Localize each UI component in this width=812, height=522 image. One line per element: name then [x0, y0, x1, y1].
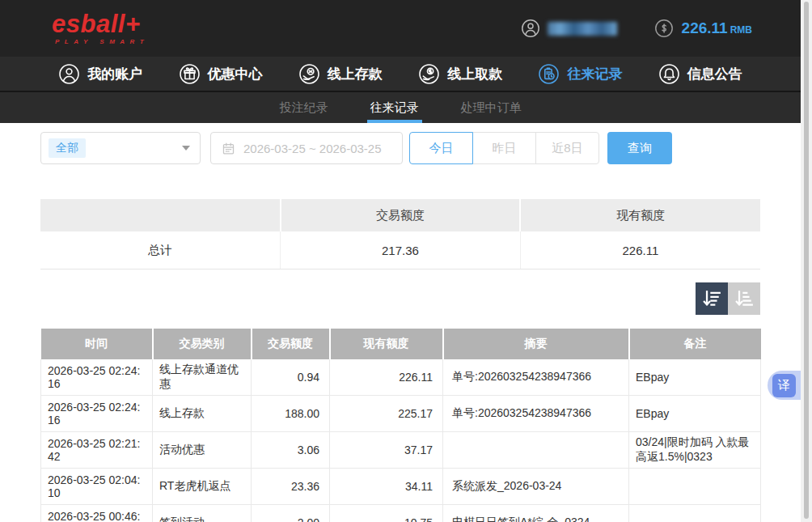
- date-range-value: 2026-03-25 ~ 2026-03-25: [243, 142, 382, 155]
- summary-col-current-balance: 现有额度: [520, 199, 760, 231]
- gift-icon: [179, 63, 201, 85]
- date-range-input[interactable]: 2026-03-25 ~ 2026-03-25: [210, 132, 403, 164]
- cell-current-balance: 34.11: [330, 469, 443, 505]
- sort-descending-button[interactable]: [696, 282, 728, 315]
- nav-label: 信息公告: [687, 65, 742, 83]
- content-area: 全部 2026-03-25 ~ 2026-03-25 今日 昨日 近8日 查询: [0, 123, 801, 522]
- main-area: esball+ PLAY SMART 226.11RMB: [0, 0, 801, 522]
- sub-nav: 投注纪录 往来记录 处理中订单: [0, 91, 801, 123]
- records-clipboard-clock-icon: [538, 63, 560, 85]
- table-row: 2026-03-25 02:21:42 活动优惠 3.06 37.17 03/2…: [41, 432, 761, 469]
- cell-remark: EBpay: [629, 359, 761, 396]
- table-row: 2026-03-25 02:04:10 RT老虎机返点 23.36 34.11 …: [41, 469, 761, 505]
- cell-remark: [629, 505, 761, 522]
- main-nav: 我的账户 优惠中心: [0, 57, 801, 91]
- translate-widget[interactable]: 译: [768, 371, 801, 400]
- cell-current-balance: 225.17: [330, 396, 443, 432]
- withdraw-coin-hand-icon: [418, 63, 440, 85]
- nav-item-my-account[interactable]: 我的账户: [58, 63, 142, 85]
- table-row: 2026-03-25 02:24:16 线上存款 188.00 225.17 单…: [41, 396, 761, 432]
- col-summary: 摘要: [443, 329, 629, 359]
- chevron-down-icon: [182, 146, 190, 151]
- cell-transaction-amount: 188.00: [252, 396, 330, 432]
- period-button-last8days[interactable]: 近8日: [535, 132, 599, 164]
- balance-currency: RMB: [730, 24, 752, 36]
- summary-transaction-total: 217.36: [281, 231, 521, 269]
- dollar-coin-icon[interactable]: [654, 19, 674, 38]
- scrollbar-thumb[interactable]: [804, 2, 809, 519]
- period-button-yesterday[interactable]: 昨日: [472, 132, 536, 164]
- type-select[interactable]: 全部: [40, 132, 201, 164]
- bell-icon: [658, 63, 680, 85]
- col-transaction-amount: 交易额度: [252, 329, 330, 359]
- summary-table: 交易额度 现有额度 总计 217.36 226.11: [40, 199, 760, 269]
- cell-time: 2026-03-25 02:24:16: [41, 359, 153, 396]
- logo-text: esball+: [52, 11, 149, 36]
- cell-summary: 电棋日日签到A*综-全_0324: [443, 505, 629, 522]
- col-remark: 备注: [629, 329, 761, 359]
- col-current-balance: 现有额度: [330, 329, 443, 359]
- cell-time: 2026-03-25 00:46:03: [41, 505, 153, 522]
- cell-remark: 03/24|限时加码 入款最高返1.5%|0323: [629, 432, 761, 469]
- period-button-today[interactable]: 今日: [409, 132, 473, 164]
- username-masked[interactable]: [548, 22, 617, 36]
- col-time: 时间: [41, 329, 153, 359]
- cell-transaction-amount: 23.36: [252, 469, 330, 505]
- nav-item-transaction-records[interactable]: 往来记录: [538, 63, 622, 85]
- translate-button[interactable]: 译: [772, 374, 796, 397]
- table-row: 2026-03-25 02:24:16 线上存款通道优惠 0.94 226.11…: [41, 359, 761, 396]
- brand-logo[interactable]: esball+ PLAY SMART: [52, 11, 149, 45]
- scrollbar[interactable]: [801, 0, 812, 522]
- tab-pending-orders[interactable]: 处理中订单: [459, 92, 523, 123]
- nav-label: 优惠中心: [208, 65, 263, 83]
- nav-label: 线上存款: [328, 65, 383, 83]
- cell-transaction-amount: 3.06: [252, 432, 330, 469]
- nav-item-online-deposit[interactable]: 线上存款: [298, 63, 383, 85]
- nav-item-online-withdrawal[interactable]: 线上取款: [418, 63, 502, 85]
- calendar-icon: [222, 142, 235, 155]
- cell-time: 2026-03-25 02:24:16: [41, 396, 153, 432]
- cell-transaction-type: 活动优惠: [153, 432, 252, 469]
- user-area: 226.11RMB: [521, 19, 752, 38]
- summary-current-balance: 226.11: [520, 231, 760, 269]
- balance-amount: 226.11: [682, 19, 728, 36]
- cell-summary: 系统派发_2026-03-24: [443, 469, 629, 505]
- user-icon[interactable]: [521, 19, 540, 38]
- sort-controls: [40, 282, 760, 315]
- nav-label: 往来记录: [567, 65, 622, 83]
- nav-item-promotions[interactable]: 优惠中心: [179, 63, 263, 85]
- summary-total-row: 总计 217.36 226.11: [40, 231, 760, 269]
- tab-betting-records[interactable]: 投注纪录: [278, 92, 330, 123]
- cell-summary: 单号:202603254238947366: [443, 359, 629, 396]
- nav-item-announcements[interactable]: 信息公告: [658, 63, 742, 85]
- nav-label: 线上取款: [447, 65, 502, 83]
- sort-ascending-icon: [734, 288, 755, 309]
- tab-label: 处理中订单: [461, 100, 522, 116]
- tab-label: 投注纪录: [280, 100, 328, 116]
- cell-transaction-type: 签到活动: [153, 505, 252, 522]
- nav-label: 我的账户: [87, 65, 142, 83]
- records-header-row: 时间 交易类别 交易额度 现有额度 摘要 备注: [41, 329, 761, 359]
- sort-ascending-button[interactable]: [728, 282, 760, 315]
- records-table-body: 2026-03-25 02:24:16 线上存款通道优惠 0.94 226.11…: [41, 359, 761, 522]
- top-header: esball+ PLAY SMART 226.11RMB: [0, 0, 801, 57]
- sort-descending-icon: [701, 288, 722, 309]
- records-table: 时间 交易类别 交易额度 现有额度 摘要 备注 2026-03-25 02:24…: [40, 329, 761, 522]
- cell-transaction-type: 线上存款: [153, 396, 252, 432]
- tab-label: 往来记录: [370, 100, 419, 116]
- period-button-group: 今日 昨日 近8日: [409, 132, 599, 164]
- filter-row: 全部 2026-03-25 ~ 2026-03-25 今日 昨日 近8日 查询: [40, 132, 760, 164]
- tab-transaction-records[interactable]: 往来记录: [369, 92, 421, 123]
- logo-tagline: PLAY SMART: [55, 39, 149, 45]
- summary-total-label: 总计: [40, 231, 281, 269]
- cell-remark: EBpay: [629, 396, 761, 432]
- search-button[interactable]: 查询: [607, 132, 672, 164]
- summary-col-transaction-amount: 交易额度: [281, 199, 521, 231]
- balance-display: 226.11RMB: [682, 19, 752, 37]
- cell-remark: [629, 469, 761, 505]
- cell-current-balance: 10.75: [330, 505, 443, 522]
- table-row: 2026-03-25 00:46:03 签到活动 2.00 10.75 电棋日日…: [41, 505, 761, 522]
- user-circle-icon: [58, 63, 80, 85]
- deposit-coin-hand-icon: [298, 63, 320, 85]
- cell-transaction-amount: 2.00: [252, 505, 330, 522]
